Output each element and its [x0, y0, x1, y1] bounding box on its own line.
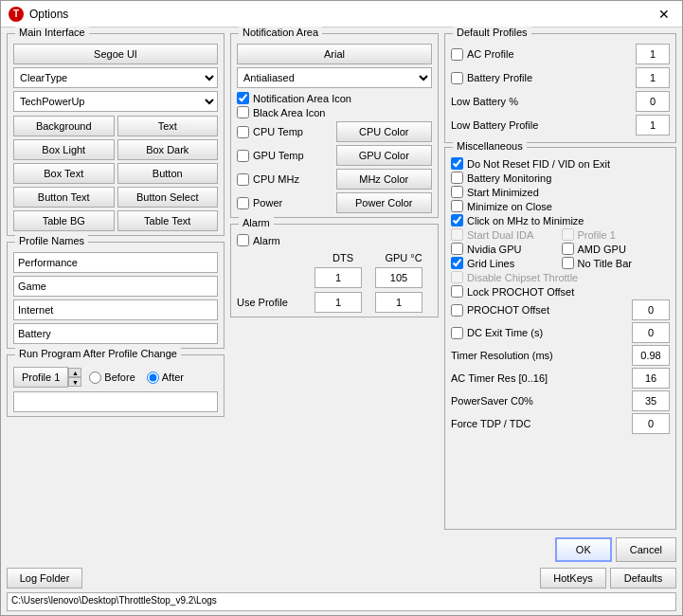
no-reset-fid-check[interactable] [451, 157, 463, 170]
start-minimized-check[interactable] [451, 186, 463, 198]
battery-profile-check[interactable] [451, 72, 463, 84]
box-text-btn[interactable]: Box Text [13, 163, 115, 184]
before-text: Before [104, 371, 135, 383]
black-area-icon-check[interactable] [237, 106, 249, 118]
profile-down-btn[interactable]: ▼ [68, 377, 81, 387]
path-display: C:\Users\lenovo\Desktop\ThrottleStop_v9.… [7, 592, 676, 611]
battery-monitoring-check[interactable] [451, 172, 463, 184]
force-tdp-input[interactable] [632, 413, 670, 434]
profile-up-btn[interactable]: ▲ [68, 368, 81, 377]
prochot-offset-check[interactable] [451, 304, 463, 317]
button-text-btn[interactable]: Button Text [13, 187, 115, 208]
gpu-temp-label: GPU Temp [253, 150, 304, 161]
alarm-check[interactable] [237, 234, 249, 246]
notification-font-btn[interactable]: Arial [237, 44, 432, 64]
amd-gpu-label: AMD GPU [578, 244, 626, 255]
dts-value-input[interactable] [315, 267, 362, 288]
defaults-button[interactable]: Defaults [610, 568, 676, 589]
dc-exit-label: DC Exit Time (s) [467, 327, 543, 338]
skin-select[interactable]: TechPowerUp [13, 91, 218, 112]
cpu-mhz-check[interactable] [237, 173, 249, 186]
lock-prochot-check[interactable] [451, 285, 463, 298]
button-select-btn[interactable]: Button Select [117, 187, 219, 208]
after-radio[interactable] [147, 371, 159, 384]
cancel-button[interactable]: Cancel [616, 537, 676, 562]
click-mhz-check[interactable] [451, 214, 463, 226]
mhz-color-btn[interactable]: MHz Color [336, 169, 433, 190]
background-color-btn[interactable]: Background [13, 116, 115, 136]
battery-profile-input[interactable] [636, 67, 670, 88]
ok-button[interactable]: OK [555, 537, 612, 562]
profile-1-input[interactable] [13, 252, 218, 273]
low-battery-profile-label: Low Battery Profile [451, 119, 538, 131]
dual-ida-check[interactable] [451, 228, 463, 241]
table-text-btn[interactable]: Table Text [117, 210, 219, 231]
profile1-check[interactable] [562, 228, 574, 241]
no-title-bar-check[interactable] [562, 257, 574, 269]
gpu-temp-check[interactable] [237, 150, 249, 162]
program-path-input[interactable] [13, 391, 218, 412]
font-button[interactable]: Segoe UI [13, 44, 218, 64]
profile-names-title: Profile Names [15, 235, 88, 246]
ac-timer-row: AC Timer Res [0..16] [451, 368, 670, 389]
close-button[interactable]: ✕ [654, 4, 674, 25]
footer-left-btns: Log Folder [7, 568, 82, 589]
profile-spinner-btns: ▲ ▼ [68, 368, 81, 387]
power-check[interactable] [237, 197, 249, 209]
notification-area-icon-check[interactable] [237, 92, 249, 104]
grid-lines-check[interactable] [451, 257, 463, 269]
notification-area-icon-label: Notification Area Icon [253, 93, 351, 104]
power-saver-input[interactable] [632, 390, 670, 411]
power-color-btn[interactable]: Power Color [336, 192, 433, 213]
hotkeys-button[interactable]: HotKeys [540, 568, 606, 589]
before-radio[interactable] [89, 371, 101, 384]
use-profile-dts-input[interactable] [315, 292, 362, 313]
ac-profile-label: AC Profile [467, 48, 514, 60]
prochot-offset-input[interactable] [632, 299, 670, 320]
dc-exit-check[interactable] [451, 327, 463, 339]
dc-exit-input[interactable] [632, 322, 670, 343]
low-battery-profile-input[interactable] [636, 115, 670, 136]
lock-prochot-label: Lock PROCHOT Offset [467, 286, 574, 298]
timer-res-input[interactable] [632, 345, 670, 366]
nvidia-gpu-label: Nvidia GPU [467, 244, 521, 255]
run-program-content: Profile 1 ▲ ▼ Before [13, 367, 218, 412]
table-bg-btn[interactable]: Table BG [13, 210, 115, 231]
profile-3-input[interactable] [13, 299, 218, 320]
gpu-value-input[interactable] [375, 267, 422, 288]
no-title-bar-label: No Title Bar [578, 258, 632, 269]
button-btn[interactable]: Button [117, 163, 219, 184]
profile-select-btn[interactable]: Profile 1 [13, 367, 68, 388]
use-profile-gpu-input[interactable] [375, 292, 422, 313]
ac-profile-check[interactable] [451, 48, 463, 61]
cpu-color-btn[interactable]: CPU Color [336, 121, 433, 142]
profile-4-input[interactable] [13, 323, 218, 344]
low-battery-pct-input[interactable] [636, 91, 670, 112]
title-bar: T Options ✕ [1, 1, 682, 27]
cleartype-select[interactable]: ClearType [13, 67, 218, 88]
main-interface-group: Main Interface Segoe UI ClearType TechPo… [7, 33, 225, 236]
text-color-btn[interactable]: Text [117, 116, 219, 136]
right-panel: Default Profiles AC Profile Battery Prof… [444, 33, 676, 562]
profile-names-group: Profile Names [7, 242, 225, 349]
before-after-radio: Before After [89, 371, 184, 384]
ac-timer-input[interactable] [632, 368, 670, 389]
profile-2-input[interactable] [13, 276, 218, 297]
ac-profile-input[interactable] [636, 44, 670, 64]
miscellaneous-title: Miscellaneous [453, 140, 527, 152]
cpu-temp-check[interactable] [237, 126, 249, 138]
log-folder-button[interactable]: Log Folder [7, 568, 82, 589]
nvidia-gpu-check[interactable] [451, 243, 463, 255]
battery-profile-label: Battery Profile [467, 72, 532, 83]
no-reset-fid-label: Do Not Reset FID / VID on Exit [467, 158, 610, 170]
minimize-on-close-check[interactable] [451, 200, 463, 212]
disable-chipset-check[interactable] [451, 271, 463, 283]
box-dark-btn[interactable]: Box Dark [117, 139, 219, 160]
antialiased-select[interactable]: Antialiased [237, 67, 432, 88]
amd-gpu-check[interactable] [562, 243, 574, 255]
gpu-color-btn[interactable]: GPU Color [336, 145, 433, 166]
box-light-btn[interactable]: Box Light [13, 139, 115, 160]
before-label[interactable]: Before [89, 371, 135, 384]
dual-ida-label: Start Dual IDA [467, 229, 533, 241]
after-label[interactable]: After [147, 371, 184, 384]
